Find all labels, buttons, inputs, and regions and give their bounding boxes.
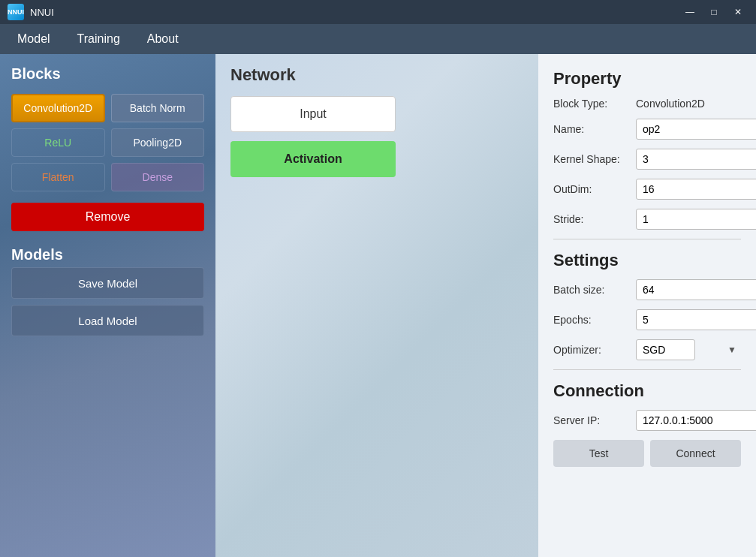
settings-title: Settings (553, 251, 741, 270)
sidebar: Blocks Convolution2D Batch Norm ReLU Poo… (0, 54, 215, 557)
block-type-label: Block Type: (553, 98, 636, 110)
title-bar-left: NNUI NNUI (8, 4, 54, 20)
name-label: Name: (553, 123, 636, 135)
outdim-row: OutDim: (553, 179, 741, 200)
maximize-button[interactable]: □ (703, 4, 724, 20)
epochs-input[interactable] (636, 309, 756, 330)
app-logo: NNUI (8, 4, 24, 20)
load-model-button[interactable]: Load Model (11, 305, 204, 336)
server-ip-label: Server IP: (553, 414, 636, 426)
outdim-label: OutDim: (553, 183, 636, 195)
flatten-button[interactable]: Flatten (11, 163, 105, 191)
stride-label: Stride: (553, 213, 636, 225)
models-title: Models (11, 246, 204, 263)
blocks-grid: Convolution2D Batch Norm ReLU Pooling2D … (11, 94, 204, 191)
batch-size-label: Batch size: (553, 284, 636, 296)
batchnorm-button[interactable]: Batch Norm (111, 94, 205, 122)
blocks-title: Blocks (11, 65, 204, 83)
network-area[interactable]: Network Input Activation (215, 54, 538, 557)
remove-button[interactable]: Remove (11, 203, 204, 231)
network-node-activation[interactable]: Activation (230, 141, 396, 177)
menu-item-training[interactable]: Training (71, 29, 126, 49)
relu-button[interactable]: ReLU (11, 128, 105, 157)
kernel-shape-label: Kernel Shape: (553, 153, 636, 165)
epochs-row: Epochs: (553, 309, 741, 330)
name-row: Name: (553, 119, 741, 140)
name-input[interactable] (636, 119, 756, 140)
network-node-input[interactable]: Input (230, 96, 396, 132)
close-button[interactable]: ✕ (727, 4, 748, 20)
divider-2 (553, 369, 741, 370)
main-content: Blocks Convolution2D Batch Norm ReLU Poo… (0, 54, 756, 557)
epochs-label: Epochs: (553, 314, 636, 326)
bottom-buttons: Test Connect (553, 440, 741, 467)
optimizer-label: Optimizer: (553, 344, 636, 356)
test-button[interactable]: Test (553, 440, 644, 467)
outdim-input[interactable] (636, 179, 756, 200)
property-title: Property (553, 69, 741, 89)
kernel-shape-row: Kernel Shape: (553, 149, 741, 170)
convolution2d-button[interactable]: Convolution2D (11, 94, 105, 122)
property-panel: Property Block Type: Convolution2D Name:… (538, 54, 756, 557)
save-model-button[interactable]: Save Model (11, 267, 204, 299)
server-ip-input[interactable] (636, 410, 756, 431)
connect-button[interactable]: Connect (650, 440, 741, 467)
batch-size-row: Batch size: (553, 279, 741, 300)
optimizer-select[interactable]: SGD Adam RMSProp Adagrad (636, 339, 695, 360)
dense-button[interactable]: Dense (111, 163, 205, 191)
menu-item-model[interactable]: Model (11, 29, 56, 49)
title-bar-controls: — □ ✕ (679, 4, 748, 20)
chevron-down-icon: ▼ (727, 345, 736, 355)
menu-item-about[interactable]: About (141, 29, 185, 49)
menu-bar: Model Training About (0, 24, 756, 54)
title-bar: NNUI NNUI — □ ✕ (0, 0, 756, 24)
stride-row: Stride: (553, 209, 741, 230)
optimizer-wrapper: SGD Adam RMSProp Adagrad ▼ (636, 339, 741, 360)
block-type-value: Convolution2D (636, 98, 705, 110)
network-title: Network (230, 65, 523, 85)
block-type-row: Block Type: Convolution2D (553, 98, 741, 110)
pooling2d-button[interactable]: Pooling2D (111, 128, 205, 157)
optimizer-row: Optimizer: SGD Adam RMSProp Adagrad ▼ (553, 339, 741, 360)
kernel-shape-input[interactable] (636, 149, 756, 170)
divider-1 (553, 239, 741, 239)
minimize-button[interactable]: — (679, 4, 700, 20)
connection-title: Connection (553, 381, 741, 401)
app-title: NNUI (30, 7, 54, 18)
stride-input[interactable] (636, 209, 756, 230)
server-ip-row: Server IP: (553, 410, 741, 431)
models-section: Models Save Model Load Model (11, 246, 204, 342)
batch-size-input[interactable] (636, 279, 756, 300)
